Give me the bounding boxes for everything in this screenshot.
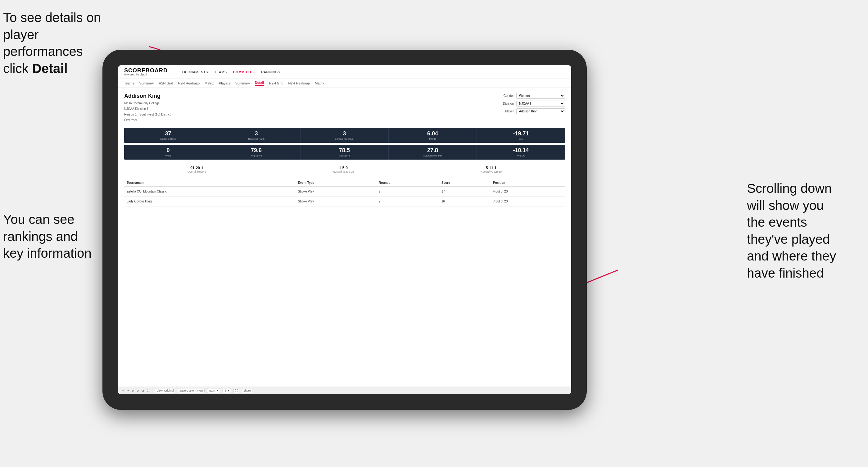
app-header: SCOREBOARD Powered by clippd TOURNAMENTS… — [118, 65, 571, 79]
annotation-right: Scrolling down will show you the events … — [747, 180, 865, 282]
stat-adj-score: 78.5 Adj Score — [301, 145, 389, 160]
watch-btn[interactable]: Watch ▾ — [207, 388, 220, 393]
nav-committee[interactable]: COMMITTEE — [233, 70, 255, 74]
overall-record: 91-20-1 Overall Record — [187, 166, 206, 173]
gender-select[interactable]: Women Men — [516, 93, 565, 99]
record-top25: 1-5-0 Record vs top 25 — [333, 166, 354, 173]
screen-btn[interactable]: 🖥 ▾ — [223, 388, 231, 393]
toolbar-circle[interactable]: ⊙ — [136, 389, 139, 392]
tablet-device: SCOREBOARD Powered by clippd TOURNAMENTS… — [102, 50, 587, 410]
stat-avg-score: 79.6 Avg Score — [212, 145, 301, 160]
player-meta: Mesa Community College NJCAA Division 1 … — [124, 101, 491, 123]
table-row[interactable]: Lady Coyote Invite Stroke Play 2 16 7 ou… — [124, 196, 565, 207]
th-rounds: Rounds — [376, 179, 439, 187]
stat-regional-rank: 3 Regional Rank — [212, 128, 301, 143]
th-score: Score — [439, 179, 491, 187]
sub-nav: Teams Summary H2H Grid H2H Heatmap Matri… — [118, 79, 571, 88]
toolbar-minus[interactable]: ⊟ — [142, 389, 144, 392]
table-row[interactable]: Estella CC- Mountain Classic Stroke Play… — [124, 187, 565, 196]
subnav-h2h-grid1[interactable]: H2H Grid — [159, 81, 173, 85]
subnav-matrix1[interactable]: Matrix — [205, 81, 214, 85]
share-btn[interactable]: Share — [242, 388, 252, 393]
record-top50: 5-11-1 Record vs top 50 — [480, 166, 502, 173]
player-detail: Addison King Mesa Community College NJCA… — [124, 93, 565, 123]
th-tournament: Tournament — [124, 179, 296, 187]
division-select[interactable]: NJCAA I NJCAA II — [516, 101, 565, 106]
stat-avg-sg: -10.14 Avg SG — [477, 145, 565, 160]
nav-teams[interactable]: TEAMS — [214, 70, 227, 74]
player-control: Player Addison King — [497, 108, 565, 114]
main-content: Addison King Mesa Community College NJCA… — [118, 88, 571, 386]
subnav-summary2[interactable]: Summary — [235, 81, 250, 85]
division-control: Division NJCAA I NJCAA II — [497, 101, 565, 106]
subnav-teams[interactable]: Teams — [124, 81, 134, 85]
save-custom-view-btn[interactable]: Save Custom View — [178, 388, 205, 393]
stat-points: 6.04 Points — [389, 128, 477, 143]
subnav-h2h-heatmap2[interactable]: H2H Heatmap — [288, 81, 310, 85]
annotation-bottom-left: You can see rankings and key information — [3, 211, 108, 262]
player-name: Addison King — [124, 93, 491, 99]
player-controls: Gender Women Men Division NJCAA I NJCAA … — [497, 93, 565, 123]
subnav-matrix2[interactable]: Matrix — [315, 81, 324, 85]
gender-control: Gender Women Men — [497, 93, 565, 99]
stats-grid-row1: 37 National Rank 3 Regional Rank 3 Confe… — [124, 128, 565, 143]
stat-sos: -19.71 SoS — [477, 128, 565, 143]
subnav-summary1[interactable]: Summary — [139, 81, 154, 85]
main-nav: TOURNAMENTS TEAMS COMMITTEE RANKINGS — [180, 70, 280, 74]
annotation-top-left: To see details on player performances cl… — [3, 9, 108, 77]
stat-wins: 0 Wins — [124, 145, 212, 160]
toolbar-undo[interactable]: ↩ — [122, 389, 124, 392]
th-event-type: Event Type — [296, 179, 376, 187]
scoreboard-logo: SCOREBOARD Powered by clippd — [124, 68, 168, 76]
subnav-players[interactable]: Players — [219, 81, 230, 85]
stat-national-rank: 37 National Rank — [124, 128, 212, 143]
records-row: 91-20-1 Overall Record 1-5-0 Record vs t… — [124, 163, 565, 176]
toolbar-add[interactable]: ⊕ — [132, 389, 134, 392]
tablet-screen: SCOREBOARD Powered by clippd TOURNAMENTS… — [118, 65, 571, 394]
player-select[interactable]: Addison King — [516, 108, 565, 114]
view-original-btn[interactable]: View: Original — [155, 388, 175, 393]
stat-avg-score-par: 27.8 Avg Score to Par — [389, 145, 477, 160]
subnav-detail[interactable]: Detail — [255, 81, 264, 86]
stat-conference-rank: 3 Conference Rank — [301, 128, 389, 143]
nav-tournaments[interactable]: TOURNAMENTS — [180, 70, 208, 74]
toolbar-clock[interactable]: ⏱ — [147, 389, 149, 392]
nav-rankings[interactable]: RANKINGS — [261, 70, 280, 74]
fullscreen-btn[interactable]: ⛶ — [234, 388, 239, 393]
bottom-toolbar: ↩ ↪ ⊕ ⊙ ⊟ ⏱ | View: Original Save Custom… — [118, 386, 571, 394]
player-info: Addison King Mesa Community College NJCA… — [124, 93, 491, 123]
subnav-h2h-heatmap1[interactable]: H2H Heatmap — [178, 81, 199, 85]
stats-grid-row2: 0 Wins 79.6 Avg Score 78.5 Adj Score 27.… — [124, 145, 565, 160]
tournament-table: Tournament Event Type Rounds Score Posit… — [124, 179, 565, 207]
toolbar-redo[interactable]: ↪ — [127, 389, 129, 392]
content-area: Addison King Mesa Community College NJCA… — [118, 88, 571, 386]
th-position: Position — [491, 179, 565, 187]
subnav-h2h-grid2[interactable]: H2H Grid — [269, 81, 283, 85]
